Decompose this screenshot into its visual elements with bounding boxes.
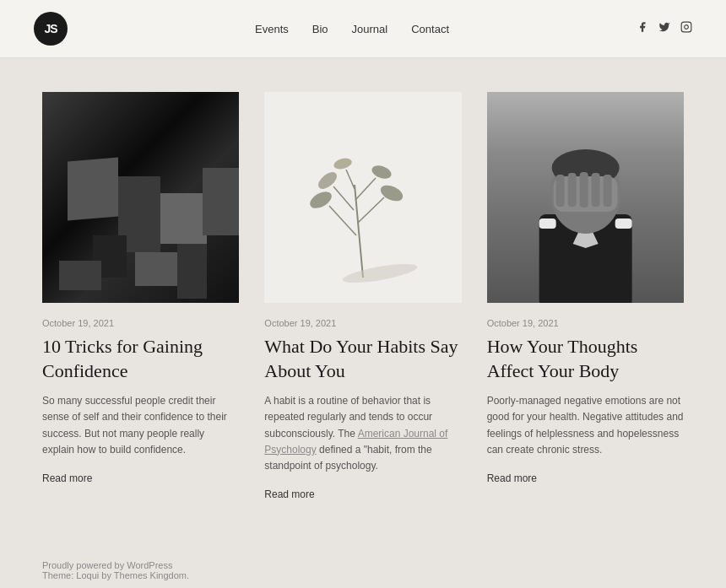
svg-line-5 [358,197,384,223]
blog-cards-grid: October 19, 2021 10 Tricks for Gaining C… [42,92,684,501]
man-figure-svg [487,92,684,303]
footer-powered-by: Proudly powered by WordPress [42,560,684,570]
nav-bio[interactable]: Bio [312,23,328,35]
card-title-3: How Your Thoughts Affect Your Body [487,335,684,383]
svg-rect-23 [603,175,611,207]
svg-rect-21 [579,172,588,208]
card-excerpt-1: So many successful people credit their s… [42,393,239,458]
main-nav: Events Bio Journal Contact [255,23,449,35]
read-more-3[interactable]: Read more [487,472,537,485]
card-title-2: What Do Your Habits Say About You [264,335,461,383]
social-links [637,21,692,36]
footer-theme: Theme: Loqui by Themes Kingdom. [42,570,684,580]
svg-line-3 [329,206,356,235]
twitter-icon[interactable] [658,21,670,36]
card-image-2 [264,92,461,303]
nav-contact[interactable]: Contact [411,23,449,35]
site-footer: Proudly powered by WordPress Theme: Loqu… [0,543,726,588]
card-image-3 [487,92,684,303]
card-title-1: 10 Tricks for Gaining Confidence [42,335,239,383]
svg-line-11 [346,170,355,189]
card-date-1: October 19, 2021 [42,318,239,328]
instagram-icon[interactable] [680,21,692,36]
svg-line-7 [333,186,354,210]
svg-rect-24 [539,218,555,229]
blog-card-1: October 19, 2021 10 Tricks for Gaining C… [42,92,239,501]
nav-events[interactable]: Events [255,23,289,35]
svg-point-6 [378,182,405,204]
svg-point-4 [307,188,334,212]
blog-card-3: October 19, 2021 How Your Thoughts Affec… [487,92,684,501]
blog-card-2: October 19, 2021 What Do Your Habits Say… [264,92,461,501]
plant-svg [295,134,431,286]
svg-rect-19 [555,175,564,207]
svg-rect-25 [615,218,631,229]
card-date-2: October 19, 2021 [264,318,461,328]
read-more-2[interactable]: Read more [264,488,314,501]
card-excerpt-2: A habit is a routine of behavior that is… [264,393,461,474]
svg-rect-0 [681,22,691,32]
svg-line-9 [355,178,376,200]
facebook-icon[interactable] [637,21,648,36]
card-date-3: October 19, 2021 [487,318,684,328]
card-image-1 [42,92,239,303]
svg-rect-20 [567,173,576,207]
svg-rect-22 [591,173,599,207]
site-logo[interactable]: JS [34,12,68,46]
site-header: JS Events Bio Journal Contact [0,0,726,58]
svg-point-12 [333,156,353,170]
svg-point-10 [370,163,393,181]
main-content: October 19, 2021 10 Tricks for Gaining C… [0,58,726,543]
svg-point-13 [341,260,418,286]
read-more-1[interactable]: Read more [42,472,92,485]
card-excerpt-3: Poorly-managed negative emotions are not… [487,393,684,458]
nav-journal[interactable]: Journal [352,23,388,35]
